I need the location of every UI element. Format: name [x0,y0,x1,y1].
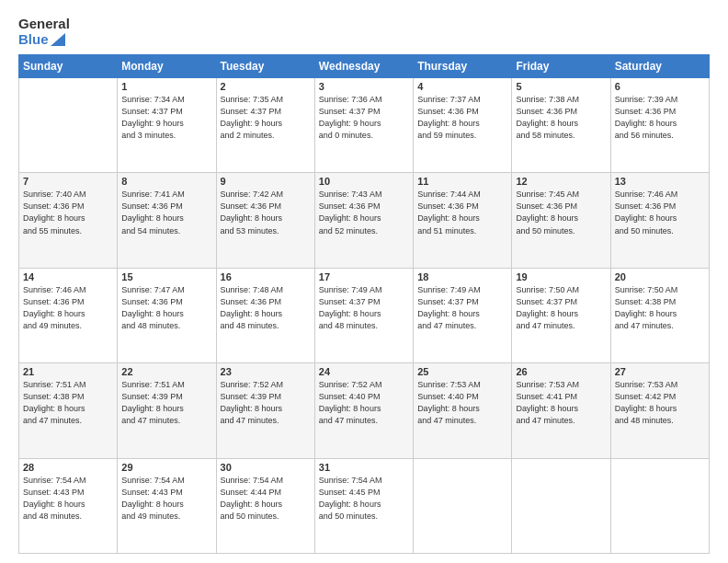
day-cell: 7Sunrise: 7:40 AM Sunset: 4:36 PM Daylig… [19,173,118,268]
logo-arrow-icon [51,33,65,46]
day-cell: 6Sunrise: 7:39 AM Sunset: 4:36 PM Daylig… [610,78,709,173]
day-cell [19,78,118,173]
week-row-2: 14Sunrise: 7:46 AM Sunset: 4:36 PM Dayli… [19,268,710,362]
day-number: 30 [221,462,311,473]
day-info: Sunrise: 7:35 AM Sunset: 4:37 PM Dayligh… [221,94,311,142]
day-info: Sunrise: 7:49 AM Sunset: 4:37 PM Dayligh… [319,284,409,332]
day-cell [512,458,610,553]
day-number: 29 [121,462,211,473]
day-info: Sunrise: 7:54 AM Sunset: 4:43 PM Dayligh… [23,475,113,523]
day-info: Sunrise: 7:34 AM Sunset: 4:37 PM Dayligh… [121,94,211,142]
day-info: Sunrise: 7:38 AM Sunset: 4:36 PM Dayligh… [516,94,606,142]
logo: General Blue [18,17,70,47]
logo-general: General [18,17,70,32]
day-cell: 28Sunrise: 7:54 AM Sunset: 4:43 PM Dayli… [19,458,118,553]
day-cell: 15Sunrise: 7:47 AM Sunset: 4:36 PM Dayli… [118,268,216,362]
day-cell: 12Sunrise: 7:45 AM Sunset: 4:36 PM Dayli… [512,173,610,268]
header-cell-wednesday: Wednesday [314,55,413,78]
day-cell [414,458,512,553]
day-cell: 17Sunrise: 7:49 AM Sunset: 4:37 PM Dayli… [314,268,413,362]
day-number: 18 [417,271,507,282]
day-info: Sunrise: 7:42 AM Sunset: 4:36 PM Dayligh… [221,189,311,236]
day-info: Sunrise: 7:54 AM Sunset: 4:44 PM Dayligh… [221,475,311,523]
day-info: Sunrise: 7:46 AM Sunset: 4:36 PM Dayligh… [615,189,705,236]
header: General Blue [18,17,710,47]
day-info: Sunrise: 7:53 AM Sunset: 4:40 PM Dayligh… [417,379,507,427]
day-cell: 1Sunrise: 7:34 AM Sunset: 4:37 PM Daylig… [118,78,216,173]
day-info: Sunrise: 7:54 AM Sunset: 4:43 PM Dayligh… [121,475,211,523]
day-info: Sunrise: 7:36 AM Sunset: 4:37 PM Dayligh… [319,94,409,142]
day-info: Sunrise: 7:54 AM Sunset: 4:45 PM Dayligh… [319,475,409,523]
day-number: 16 [221,271,311,282]
week-row-4: 28Sunrise: 7:54 AM Sunset: 4:43 PM Dayli… [19,458,710,553]
day-info: Sunrise: 7:52 AM Sunset: 4:40 PM Dayligh… [319,379,409,427]
day-cell: 23Sunrise: 7:52 AM Sunset: 4:39 PM Dayli… [216,363,314,458]
day-cell: 8Sunrise: 7:41 AM Sunset: 4:36 PM Daylig… [118,173,216,268]
day-cell: 13Sunrise: 7:46 AM Sunset: 4:36 PM Dayli… [610,173,709,268]
week-row-3: 21Sunrise: 7:51 AM Sunset: 4:38 PM Dayli… [19,363,710,458]
day-info: Sunrise: 7:37 AM Sunset: 4:36 PM Dayligh… [417,94,507,142]
day-number: 20 [615,271,705,282]
day-number: 31 [319,462,409,473]
day-number: 10 [319,176,409,187]
day-cell: 31Sunrise: 7:54 AM Sunset: 4:45 PM Dayli… [314,458,413,553]
day-cell: 19Sunrise: 7:50 AM Sunset: 4:37 PM Dayli… [512,268,610,362]
header-row: SundayMondayTuesdayWednesdayThursdayFrid… [19,55,710,78]
day-info: Sunrise: 7:50 AM Sunset: 4:38 PM Dayligh… [615,284,705,332]
day-cell: 11Sunrise: 7:44 AM Sunset: 4:36 PM Dayli… [414,173,512,268]
day-info: Sunrise: 7:51 AM Sunset: 4:39 PM Dayligh… [121,379,211,427]
day-number: 21 [23,366,113,377]
day-cell: 9Sunrise: 7:42 AM Sunset: 4:36 PM Daylig… [216,173,314,268]
day-cell: 3Sunrise: 7:36 AM Sunset: 4:37 PM Daylig… [314,78,413,173]
day-info: Sunrise: 7:53 AM Sunset: 4:41 PM Dayligh… [516,379,606,427]
day-info: Sunrise: 7:53 AM Sunset: 4:42 PM Dayligh… [615,379,705,427]
day-number: 6 [615,81,705,92]
day-number: 11 [417,176,507,187]
header-cell-monday: Monday [118,55,216,78]
header-cell-friday: Friday [512,55,610,78]
day-info: Sunrise: 7:51 AM Sunset: 4:38 PM Dayligh… [23,379,113,427]
day-number: 12 [516,176,606,187]
calendar-table: SundayMondayTuesdayWednesdayThursdayFrid… [18,54,710,554]
day-number: 14 [23,271,113,282]
day-cell: 27Sunrise: 7:53 AM Sunset: 4:42 PM Dayli… [610,363,709,458]
svg-marker-0 [51,33,65,46]
day-cell: 26Sunrise: 7:53 AM Sunset: 4:41 PM Dayli… [512,363,610,458]
day-number: 7 [23,176,113,187]
day-cell: 5Sunrise: 7:38 AM Sunset: 4:36 PM Daylig… [512,78,610,173]
week-row-1: 7Sunrise: 7:40 AM Sunset: 4:36 PM Daylig… [19,173,710,268]
day-cell: 18Sunrise: 7:49 AM Sunset: 4:37 PM Dayli… [414,268,512,362]
day-info: Sunrise: 7:44 AM Sunset: 4:36 PM Dayligh… [417,189,507,236]
day-number: 19 [516,271,606,282]
day-number: 25 [417,366,507,377]
day-number: 26 [516,366,606,377]
day-number: 2 [221,81,311,92]
day-number: 3 [319,81,409,92]
header-cell-sunday: Sunday [19,55,118,78]
day-number: 15 [121,271,211,282]
day-cell [610,458,709,553]
day-number: 23 [221,366,311,377]
day-info: Sunrise: 7:39 AM Sunset: 4:36 PM Dayligh… [615,94,705,142]
day-info: Sunrise: 7:45 AM Sunset: 4:36 PM Dayligh… [516,189,606,236]
day-info: Sunrise: 7:46 AM Sunset: 4:36 PM Dayligh… [23,284,113,332]
day-cell: 2Sunrise: 7:35 AM Sunset: 4:37 PM Daylig… [216,78,314,173]
week-row-0: 1Sunrise: 7:34 AM Sunset: 4:37 PM Daylig… [19,78,710,173]
day-info: Sunrise: 7:49 AM Sunset: 4:37 PM Dayligh… [417,284,507,332]
day-cell: 20Sunrise: 7:50 AM Sunset: 4:38 PM Dayli… [610,268,709,362]
day-number: 1 [121,81,211,92]
day-number: 4 [417,81,507,92]
day-cell: 29Sunrise: 7:54 AM Sunset: 4:43 PM Dayli… [118,458,216,553]
day-info: Sunrise: 7:40 AM Sunset: 4:36 PM Dayligh… [23,189,113,236]
day-number: 24 [319,366,409,377]
day-number: 5 [516,81,606,92]
day-number: 8 [121,176,211,187]
day-cell: 24Sunrise: 7:52 AM Sunset: 4:40 PM Dayli… [314,363,413,458]
header-cell-thursday: Thursday [414,55,512,78]
day-cell: 14Sunrise: 7:46 AM Sunset: 4:36 PM Dayli… [19,268,118,362]
day-cell: 10Sunrise: 7:43 AM Sunset: 4:36 PM Dayli… [314,173,413,268]
day-info: Sunrise: 7:43 AM Sunset: 4:36 PM Dayligh… [319,189,409,236]
day-cell: 22Sunrise: 7:51 AM Sunset: 4:39 PM Dayli… [118,363,216,458]
day-info: Sunrise: 7:47 AM Sunset: 4:36 PM Dayligh… [121,284,211,332]
page: General Blue SundayMondayTuesdayWednesda… [0,0,728,563]
